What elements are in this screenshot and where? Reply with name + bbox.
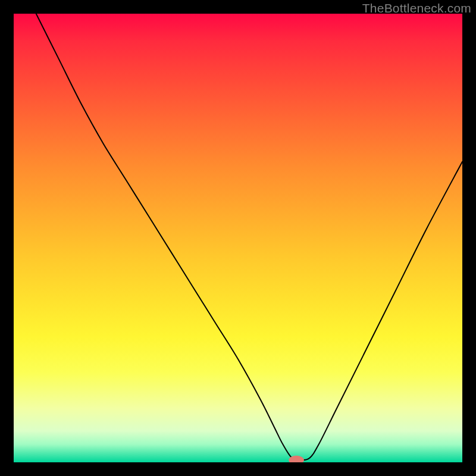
chart-frame: TheBottleneck.com — [0, 0, 476, 476]
bottleneck-curve — [36, 14, 462, 460]
curve-overlay — [14, 14, 462, 462]
plot-area — [14, 14, 462, 462]
watermark-text: TheBottleneck.com — [362, 1, 471, 15]
